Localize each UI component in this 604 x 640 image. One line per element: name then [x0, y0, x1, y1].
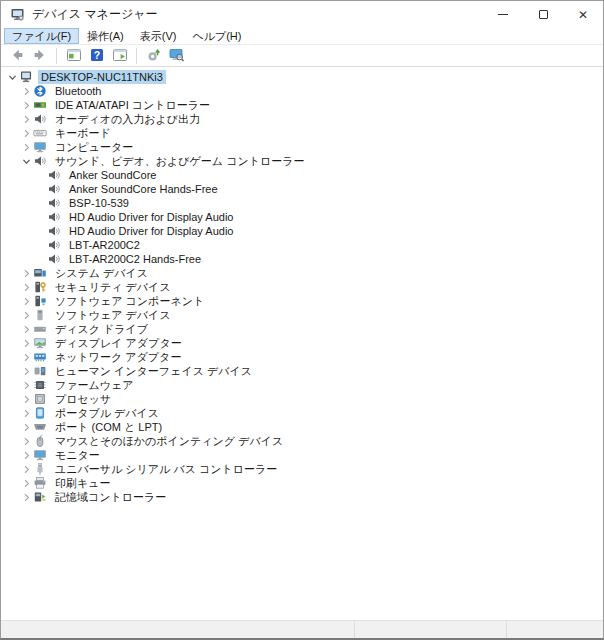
show-action-pane-button[interactable] [109, 46, 130, 65]
portable-devices-icon [33, 406, 47, 420]
tree-item-bluetooth[interactable]: Bluetooth [1, 84, 603, 98]
chevron-right-icon[interactable] [19, 112, 33, 126]
back-button[interactable] [6, 46, 27, 65]
help-button[interactable]: ? [86, 46, 107, 65]
chevron-right-icon[interactable] [19, 476, 33, 490]
chevron-right-icon[interactable] [19, 490, 33, 504]
tree-item-label: ポート (COM と LPT) [52, 420, 165, 434]
tree-item-device-lbt-1[interactable]: LBT-AR200C2 [1, 238, 603, 252]
toolbar-separator [136, 48, 137, 64]
tree-item-disk-drives[interactable]: ディスク ドライブ [1, 322, 603, 336]
tree-item-print-queues[interactable]: 印刷キュー [1, 476, 603, 490]
chevron-down-icon[interactable] [5, 70, 19, 84]
close-button[interactable]: ✕ [563, 1, 603, 28]
menu-item-action[interactable]: 操作(A) [79, 28, 132, 44]
tree-item-display-adapters[interactable]: ディスプレイ アダプター [1, 336, 603, 350]
tree-item-device-anker-2[interactable]: Anker SoundCore Hands-Free [1, 182, 603, 196]
chevron-right-icon[interactable] [19, 434, 33, 448]
tree-item-computers[interactable]: コンピューター [1, 140, 603, 154]
tree-item-system-devices[interactable]: システム デバイス [1, 266, 603, 280]
chevron-right-icon[interactable] [19, 378, 33, 392]
tree-item-label: サウンド、ビデオ、およびゲーム コントローラー [52, 154, 307, 168]
expander-spacer [33, 168, 47, 182]
svg-text:?: ? [93, 49, 99, 61]
tree-item-ide-controllers[interactable]: IDE ATA/ATAPI コントローラー [1, 98, 603, 112]
speaker-icon [33, 112, 47, 126]
menu-item-view[interactable]: 表示(V) [132, 28, 185, 44]
status-section [1, 621, 354, 638]
status-section [506, 621, 603, 638]
tree-item-sound-controllers[interactable]: サウンド、ビデオ、およびゲーム コントローラー [1, 154, 603, 168]
tree-item-processors[interactable]: プロセッサ [1, 392, 603, 406]
show-console-tree-button[interactable] [63, 46, 84, 65]
tree-item-label: ユニバーサル シリアル バス コントローラー [52, 462, 280, 476]
chevron-right-icon[interactable] [19, 364, 33, 378]
tree-item-device-hdaudio-1[interactable]: HD Audio Driver for Display Audio [1, 210, 603, 224]
chevron-right-icon[interactable] [19, 280, 33, 294]
chevron-right-icon[interactable] [19, 448, 33, 462]
chevron-right-icon[interactable] [19, 322, 33, 336]
tree-item-keyboards[interactable]: キーボード [1, 126, 603, 140]
tree-item-device-anker-1[interactable]: Anker SoundCore [1, 168, 603, 182]
chevron-right-icon[interactable] [19, 126, 33, 140]
chevron-right-icon[interactable] [19, 336, 33, 350]
status-bar [1, 620, 603, 638]
storage-controllers-icon [33, 490, 47, 504]
chevron-right-icon[interactable] [19, 98, 33, 112]
update-driver-button[interactable] [143, 46, 164, 65]
tree-item-label: BSP-10-539 [66, 196, 132, 210]
tree-item-device-hdaudio-2[interactable]: HD Audio Driver for Display Audio [1, 224, 603, 238]
chevron-right-icon[interactable] [19, 420, 33, 434]
tree-item-label: ソフトウェア デバイス [52, 308, 174, 322]
tree-item-computer-root[interactable]: DESKTOP-NUC11TNKi3 [1, 70, 603, 84]
tree-item-network-adapters[interactable]: ネットワーク アダプター [1, 350, 603, 364]
chevron-right-icon[interactable] [19, 266, 33, 280]
tree-item-label: Anker SoundCore [66, 168, 159, 182]
chevron-right-icon[interactable] [19, 308, 33, 322]
processor-icon [33, 392, 47, 406]
tree-item-device-bsp[interactable]: BSP-10-539 [1, 196, 603, 210]
minimize-icon [498, 14, 508, 15]
toolbar: ? [1, 45, 603, 67]
tree-item-software-devices[interactable]: ソフトウェア デバイス [1, 308, 603, 322]
chevron-right-icon[interactable] [19, 462, 33, 476]
device-manager-window: デバイス マネージャー ✕ ファイル(F)操作(A)表示(V)ヘルプ(H) ? … [0, 0, 604, 640]
maximize-button[interactable] [523, 1, 563, 28]
chevron-right-icon[interactable] [19, 294, 33, 308]
tree-item-mice[interactable]: マウスとそのほかのポインティング デバイス [1, 434, 603, 448]
expander-spacer [33, 252, 47, 266]
tree-item-security-devices[interactable]: セキュリティ デバイス [1, 280, 603, 294]
tree-item-hid-devices[interactable]: ヒューマン インターフェイス デバイス [1, 364, 603, 378]
mouse-icon [33, 434, 47, 448]
chevron-right-icon[interactable] [19, 406, 33, 420]
tree-item-firmware[interactable]: ファームウェア [1, 378, 603, 392]
chevron-right-icon[interactable] [19, 84, 33, 98]
forward-arrow-icon [32, 47, 48, 65]
menu-item-file[interactable]: ファイル(F) [4, 28, 79, 44]
scan-hardware-changes-button[interactable] [166, 46, 187, 65]
minimize-button[interactable] [483, 1, 523, 28]
tree-item-monitors[interactable]: モニター [1, 448, 603, 462]
tree-item-storage-controllers[interactable]: 記憶域コントローラー [1, 490, 603, 504]
menu-item-help[interactable]: ヘルプ(H) [184, 28, 249, 44]
tree-item-label: 印刷キュー [52, 476, 114, 490]
expander-spacer [33, 224, 47, 238]
forward-button[interactable] [29, 46, 50, 65]
tree-item-usb-controllers[interactable]: ユニバーサル シリアル バス コントローラー [1, 462, 603, 476]
chevron-right-icon[interactable] [19, 392, 33, 406]
tree-item-device-lbt-2[interactable]: LBT-AR200C2 Hands-Free [1, 252, 603, 266]
tree-item-label: セキュリティ デバイス [52, 280, 174, 294]
chevron-down-icon[interactable] [19, 154, 33, 168]
tree-item-software-components[interactable]: ソフトウェア コンポーネント [1, 294, 603, 308]
tree-item-portable-devices[interactable]: ポータブル デバイス [1, 406, 603, 420]
tree-item-label: ヒューマン インターフェイス デバイス [52, 364, 255, 378]
tree-item-label: プロセッサ [52, 392, 114, 406]
tree-item-audio-inputs[interactable]: オーディオの入力および出力 [1, 112, 603, 126]
chevron-right-icon[interactable] [19, 140, 33, 154]
chevron-right-icon[interactable] [19, 350, 33, 364]
tree-item-label: Bluetooth [52, 84, 104, 98]
tree-item-ports[interactable]: ポート (COM と LPT) [1, 420, 603, 434]
tree-item-label: コンピューター [52, 140, 136, 154]
speaker-icon [47, 196, 61, 210]
disk-drives-icon [33, 322, 47, 336]
